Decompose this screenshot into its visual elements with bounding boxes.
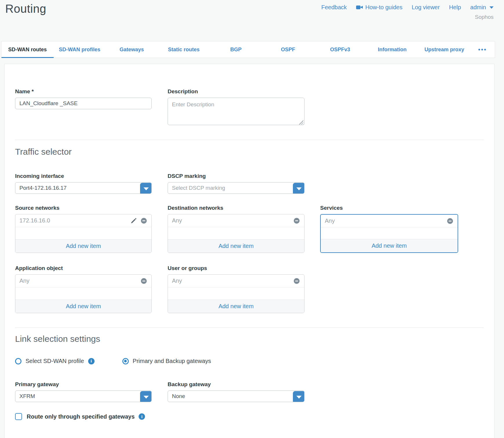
list-empty-area xyxy=(15,287,151,300)
source-networks-list: 172.16.16.0 Add new item xyxy=(15,214,152,253)
page-header: Routing Feedback How-to guides Log viewe… xyxy=(0,0,504,41)
section-divider xyxy=(15,140,484,140)
feedback-link[interactable]: Feedback xyxy=(321,4,347,11)
dscp-marking-placeholder: Select DSCP marking xyxy=(172,185,225,191)
backup-gateway-select[interactable]: None xyxy=(168,390,304,402)
incoming-interface-label: Incoming interface xyxy=(15,173,152,179)
info-icon[interactable]: i xyxy=(139,413,145,420)
help-link[interactable]: Help xyxy=(449,4,461,11)
tab-upstream-proxy[interactable]: Upstream proxy xyxy=(418,41,470,58)
log-viewer-label: Log viewer xyxy=(412,4,440,11)
info-icon[interactable]: i xyxy=(88,358,95,364)
list-empty-area xyxy=(168,287,304,300)
application-object-add-button[interactable]: Add new item xyxy=(15,300,151,313)
primary-backup-radio[interactable] xyxy=(122,358,129,364)
list-empty-area xyxy=(15,227,151,239)
remove-icon[interactable] xyxy=(293,278,300,284)
user-groups-list: Any Add new item xyxy=(168,274,304,313)
more-tabs-button[interactable]: ••• xyxy=(470,41,495,58)
services-list: Any Add new item xyxy=(320,214,458,253)
user-groups-label: User or groups xyxy=(168,265,304,271)
name-input[interactable] xyxy=(15,98,152,109)
tab-sdwan-routes[interactable]: SD-WAN routes xyxy=(1,41,54,58)
list-empty-area xyxy=(168,227,304,239)
destination-networks-add-button[interactable]: Add new item xyxy=(168,239,304,253)
list-item: 172.16.16.0 xyxy=(15,214,151,227)
tab-information[interactable]: Information xyxy=(366,41,418,58)
remove-icon[interactable] xyxy=(140,278,147,284)
description-input[interactable] xyxy=(168,98,304,125)
list-item: Any xyxy=(321,215,458,227)
dscp-marking-label: DSCP marking xyxy=(168,173,304,179)
tab-ospfv3[interactable]: OSPFv3 xyxy=(314,41,366,58)
user-name: admin xyxy=(470,4,486,11)
sdwan-route-form: Name * Description Traffic selector Inco… xyxy=(4,64,494,438)
backup-gateway-value: None xyxy=(172,393,185,399)
route-only-row: Route only through specified gateways i xyxy=(15,413,484,420)
user-groups-value: Any xyxy=(172,278,182,284)
tab-sdwan-profiles[interactable]: SD-WAN profiles xyxy=(54,41,106,58)
application-object-list: Any Add new item xyxy=(15,274,152,313)
application-object-value: Any xyxy=(19,278,29,284)
chevron-down-icon[interactable] xyxy=(293,391,304,402)
traffic-selector-heading: Traffic selector xyxy=(15,147,484,157)
page-title: Routing xyxy=(5,2,46,15)
user-menu[interactable]: admin xyxy=(470,4,494,11)
chevron-down-icon[interactable] xyxy=(293,183,304,194)
routing-tabbar: SD-WAN routes SD-WAN profiles Gateways S… xyxy=(1,41,495,58)
section-divider xyxy=(15,327,484,328)
list-empty-area xyxy=(321,227,458,239)
remove-icon[interactable] xyxy=(140,217,147,224)
caret-down-icon xyxy=(490,6,494,9)
tab-ospf[interactable]: OSPF xyxy=(262,41,314,58)
source-network-value: 172.16.16.0 xyxy=(19,217,50,224)
dscp-marking-select[interactable]: Select DSCP marking xyxy=(168,182,304,194)
service-value: Any xyxy=(325,218,335,224)
route-only-checkbox[interactable] xyxy=(15,413,22,420)
name-label: Name * xyxy=(15,88,152,95)
help-label: Help xyxy=(449,4,461,11)
link-selection-radios: Select SD-WAN profile i Primary and Back… xyxy=(15,358,484,364)
incoming-interface-select[interactable]: Port4-172.16.16.17 xyxy=(15,182,152,194)
services-add-button[interactable]: Add new item xyxy=(321,239,458,252)
primary-gateway-value: XFRM xyxy=(19,393,35,399)
edit-icon[interactable] xyxy=(130,218,137,224)
source-networks-label: Source networks xyxy=(15,205,152,211)
feedback-label: Feedback xyxy=(321,4,347,11)
primary-gateway-label: Primary gateway xyxy=(15,381,152,388)
route-only-label: Route only through specified gateways xyxy=(27,413,135,420)
chevron-down-icon[interactable] xyxy=(140,391,152,402)
list-item: Any xyxy=(15,275,151,287)
source-networks-add-button[interactable]: Add new item xyxy=(15,239,151,253)
howto-guides-link[interactable]: How-to guides xyxy=(356,4,403,11)
incoming-interface-value: Port4-172.16.16.17 xyxy=(19,185,67,191)
list-item: Any xyxy=(168,275,304,287)
howto-label: How-to guides xyxy=(365,4,403,11)
tab-gateways[interactable]: Gateways xyxy=(106,41,158,58)
remove-icon[interactable] xyxy=(293,217,300,224)
brand-label: Sophos xyxy=(475,14,494,20)
primary-backup-radio-label: Primary and Backup gateways xyxy=(133,358,211,364)
user-groups-add-button[interactable]: Add new item xyxy=(168,300,304,313)
services-label: Services xyxy=(320,205,458,211)
destination-networks-list: Any Add new item xyxy=(168,214,304,253)
list-item: Any xyxy=(168,214,304,227)
primary-gateway-select[interactable]: XFRM xyxy=(15,390,152,402)
backup-gateway-label: Backup gateway xyxy=(168,381,304,388)
log-viewer-link[interactable]: Log viewer xyxy=(412,4,440,11)
link-selection-heading: Link selection settings xyxy=(15,334,484,344)
destination-networks-label: Destination networks xyxy=(168,205,304,211)
chevron-down-icon[interactable] xyxy=(140,183,152,194)
top-nav: Feedback How-to guides Log viewer Help a… xyxy=(321,4,494,11)
tab-bgp[interactable]: BGP xyxy=(210,41,262,58)
sdwan-profile-radio-label: Select SD-WAN profile xyxy=(26,358,84,364)
remove-icon[interactable] xyxy=(447,218,454,225)
destination-network-value: Any xyxy=(172,217,182,224)
video-icon xyxy=(356,5,363,10)
tab-static-routes[interactable]: Static routes xyxy=(158,41,210,58)
sdwan-profile-radio[interactable] xyxy=(15,358,21,364)
description-label: Description xyxy=(168,88,304,95)
application-object-label: Application object xyxy=(15,265,152,271)
